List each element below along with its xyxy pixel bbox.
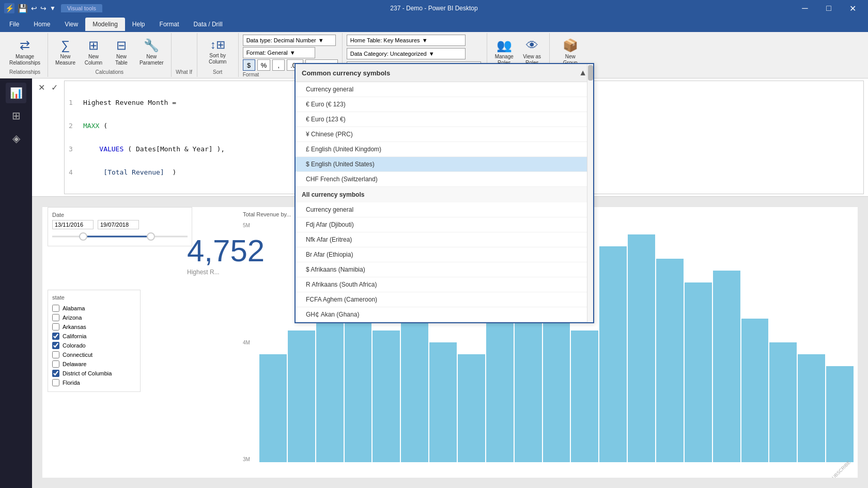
formula-code-3b: ( Dates[Month & Year] ),	[128, 145, 225, 153]
currency-item-english-uk[interactable]: £ English (United Kingdom)	[296, 142, 593, 157]
manage-roles-icon: 👥	[497, 38, 512, 53]
data-type-row: Data type: Decimal Number ▼	[243, 35, 338, 46]
dropdown-scrollbar-thumb[interactable]	[588, 65, 593, 81]
currency-dropdown: Common currency symbols ▲ Currency gener…	[295, 63, 594, 323]
formula-actions: ✕ ✓	[36, 81, 60, 93]
date-slider[interactable]	[52, 231, 188, 242]
list-item: Arkansas	[52, 322, 136, 332]
tab-home[interactable]: Home	[26, 18, 57, 31]
florida-checkbox[interactable]	[52, 379, 59, 386]
ribbon-group-relationships: ⇄ ManageRelationships Relationships	[2, 33, 48, 77]
home-table-label: Home Table: Key Measures	[350, 37, 420, 43]
connecticut-checkbox[interactable]	[52, 351, 59, 358]
tab-file[interactable]: File	[2, 18, 26, 31]
list-item: Delaware	[52, 359, 136, 369]
list-item: California	[52, 332, 136, 341]
dropdown-arrow-icon[interactable]: ▼	[50, 5, 56, 12]
relationships-group-label: Relationships	[9, 69, 40, 76]
subscribe-watermark: SUBSCRIBE	[829, 460, 851, 478]
sidebar-model-icon[interactable]: ◈	[6, 128, 26, 149]
calculations-buttons: ∑ NewMeasure ⊞ NewColumn ⊟ NewTable 🔧 Ne…	[52, 34, 167, 69]
comma-button[interactable]: ,	[272, 59, 285, 71]
data-type-label: Data type: Decimal Number	[246, 37, 316, 43]
date-to-input[interactable]	[98, 220, 139, 229]
currency-item-ghc[interactable]: GH₵ Akan (Ghana)	[296, 307, 593, 322]
data-category-dropdown[interactable]: Data Category: Uncategorized ▼	[347, 48, 466, 59]
currency-item-all-general[interactable]: Currency general	[296, 202, 593, 217]
arkansas-checkbox[interactable]	[52, 323, 59, 330]
manage-relationships-button[interactable]: ⇄ ManageRelationships	[6, 36, 43, 68]
slider-thumb-left[interactable]	[79, 232, 87, 241]
dc-checkbox[interactable]	[52, 370, 59, 377]
undo-icon[interactable]: ↩	[31, 4, 37, 12]
formula-code-4	[83, 168, 99, 176]
california-checkbox[interactable]	[52, 333, 59, 340]
tab-help[interactable]: Help	[125, 18, 152, 31]
save-icon[interactable]: 💾	[18, 4, 28, 13]
view-as-roles-icon: 👁	[526, 38, 538, 53]
formula-cancel-button[interactable]: ✕	[36, 82, 47, 93]
formula-confirm-button[interactable]: ✓	[49, 82, 60, 93]
redo-icon[interactable]: ↪	[40, 4, 47, 12]
california-label: California	[63, 333, 86, 339]
list-item: Florida	[52, 378, 136, 387]
dropdown-close-button[interactable]: ▲	[579, 68, 587, 77]
data-type-dropdown[interactable]: Data type: Decimal Number ▼	[243, 35, 336, 46]
date-from-input[interactable]	[52, 220, 94, 229]
dropdown-scrollbar[interactable]	[587, 64, 593, 322]
tab-modeling[interactable]: Modeling	[85, 18, 125, 31]
currency-item-nfk[interactable]: Nfk Afar (Eritrea)	[296, 232, 593, 247]
chart-bar	[826, 366, 854, 462]
home-table-dropdown[interactable]: Home Table: Key Measures ▼	[347, 35, 466, 46]
minimize-button[interactable]: ─	[794, 0, 816, 17]
new-table-icon: ⊟	[116, 38, 127, 53]
currency-item-chf[interactable]: CHF French (Switzerland)	[296, 172, 593, 187]
sort-group-label: Sort	[213, 69, 222, 76]
currency-item-fdj[interactable]: Fdj Afar (Djibouti)	[296, 217, 593, 232]
percent-button[interactable]: %	[257, 59, 271, 71]
sidebar-data-icon[interactable]: ⊞	[6, 105, 26, 126]
currency-item-euro-123b[interactable]: € Euro (123 €)	[296, 112, 593, 127]
tab-view[interactable]: View	[57, 18, 85, 31]
maximize-button[interactable]: □	[817, 0, 840, 17]
currency-item-euro-123[interactable]: € Euro (€ 123)	[296, 97, 593, 112]
slider-thumb-right[interactable]	[147, 232, 155, 241]
currency-item-general[interactable]: Currency general	[296, 82, 593, 97]
delaware-checkbox[interactable]	[52, 360, 59, 368]
arizona-checkbox[interactable]	[52, 314, 59, 321]
new-column-button[interactable]: ⊞ NewColumn	[81, 36, 106, 68]
new-parameter-button[interactable]: 🔧 NewParameter	[136, 36, 167, 68]
format-row: Format: General ▼	[243, 47, 338, 58]
currency-button[interactable]: $	[243, 59, 255, 71]
tab-data-drill[interactable]: Data / Drill	[187, 18, 230, 31]
list-item: District of Columbia	[52, 369, 136, 378]
ribbon-group-whatif: What If	[172, 33, 197, 77]
colorado-checkbox[interactable]	[52, 342, 59, 349]
sidebar-report-icon[interactable]: 📊	[6, 83, 26, 103]
chart-bar	[741, 319, 769, 462]
chart-bar	[401, 306, 428, 462]
state-slicer: state Alabama Arizona Arkansas	[48, 290, 141, 392]
calculations-group-label: Calculations	[96, 69, 123, 76]
date-slicer: Date	[48, 207, 192, 246]
currency-item-chinese[interactable]: ¥ Chinese (PRC)	[296, 127, 593, 142]
alabama-checkbox[interactable]	[52, 305, 59, 312]
close-button[interactable]: ✕	[841, 0, 864, 17]
format-dropdown[interactable]: Format: General ▼	[243, 47, 315, 58]
date-slicer-label: Date	[52, 212, 188, 218]
currency-item-south-africa[interactable]: R Afrikaans (South Africa)	[296, 277, 593, 292]
new-table-button[interactable]: ⊟ NewTable	[109, 36, 134, 68]
data-category-arrow-icon: ▼	[429, 51, 435, 57]
tab-format[interactable]: Format	[152, 18, 187, 31]
formula-code-1: Highest Revenue Month =	[83, 99, 180, 106]
new-measure-button[interactable]: ∑ NewMeasure	[52, 36, 79, 68]
currency-item-fcfa[interactable]: FCFA Aghem (Cameroon)	[296, 292, 593, 307]
currency-item-english-us[interactable]: $ English (United States)	[296, 157, 593, 172]
slider-fill	[79, 236, 147, 238]
currency-item-br[interactable]: Br Afar (Ethiopia)	[296, 247, 593, 262]
date-range	[52, 220, 188, 229]
currency-item-namibia[interactable]: $ Afrikaans (Namibia)	[296, 262, 593, 277]
chart-y-4m: 4M	[243, 340, 250, 345]
format-arrow-icon: ▼	[290, 50, 296, 56]
sort-by-column-button[interactable]: ↕⊞ Sort byColumn	[205, 36, 230, 67]
